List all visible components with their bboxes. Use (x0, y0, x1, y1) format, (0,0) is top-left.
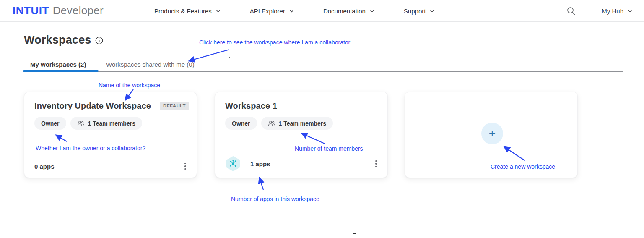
main-nav: Products & Features API Explorer Documen… (154, 0, 434, 22)
owner-pill: Owner (225, 117, 257, 130)
nav-products-features[interactable]: Products & Features (154, 8, 221, 15)
card-options-kebab[interactable] (180, 161, 191, 172)
team-members-pill: 1 Team members (70, 117, 142, 130)
nav-api-explorer-label: API Explorer (250, 8, 285, 15)
workspace-card-workspace-1[interactable]: Workspace 1 Owner 1 Team members (215, 92, 388, 178)
intuit-wordmark: INTUIT (13, 4, 49, 17)
card-options-kebab[interactable] (371, 158, 382, 169)
card-bottom-row: 1 apps (225, 156, 382, 172)
chevron-down-icon (289, 10, 294, 13)
chevron-down-icon (628, 10, 632, 13)
annotation-owner-role: Whether I am the owner or a collaborator… (36, 145, 145, 152)
chevron-down-icon (430, 10, 434, 13)
my-hub-menu[interactable]: My Hub (602, 8, 632, 15)
active-tab-indicator (23, 70, 99, 72)
workspaces-page: INTUIT Developer Products & Features API… (0, 0, 644, 238)
stray-dot-mark (229, 57, 230, 58)
nav-api-explorer[interactable]: API Explorer (250, 8, 294, 15)
nav-support-label: Support (404, 8, 426, 15)
page-title-row: Workspaces (24, 34, 103, 47)
team-members-label: 1 Team members (279, 120, 326, 127)
header-right-group: My Hub (566, 0, 632, 22)
page-title: Workspaces (24, 34, 91, 47)
annotation-workspace-name: Name of the workspace (99, 82, 160, 89)
search-icon[interactable] (566, 6, 576, 16)
chevron-down-icon (216, 10, 221, 13)
tab-my-workspaces[interactable]: My workspaces (2) (30, 61, 86, 68)
annotation-team-members: Number of team members (295, 145, 363, 152)
card-meta-pills: Owner 1 Team members (225, 117, 333, 130)
owner-pill: Owner (34, 117, 66, 130)
annotation-shared-tab: Click here to see the workspace where I … (199, 39, 350, 46)
apps-group: 1 apps (225, 156, 270, 172)
team-members-icon (77, 120, 85, 126)
card-meta-pills: Owner 1 Team members (34, 117, 142, 130)
app-hexagon-icon (225, 156, 241, 172)
chevron-down-icon (370, 10, 374, 13)
default-badge: DEFAULT (160, 102, 189, 110)
nav-support[interactable]: Support (404, 8, 435, 15)
workspace-name: Workspace 1 (225, 101, 277, 111)
nav-documentation[interactable]: Documentation (323, 8, 374, 15)
stray-dash-mark (353, 233, 356, 234)
tab-shared-with-me[interactable]: Workspaces shared with me (0) (106, 61, 195, 68)
developer-wordmark: Developer (53, 4, 104, 17)
tab-divider (23, 71, 623, 72)
info-icon[interactable] (95, 37, 103, 44)
card-title-row: Workspace 1 (225, 101, 380, 111)
apps-count-label: 1 apps (250, 160, 270, 167)
team-members-pill: 1 Team members (261, 117, 333, 130)
nav-documentation-label: Documentation (323, 8, 366, 15)
card-bottom-row: 0 apps (34, 161, 191, 172)
create-workspace-button[interactable]: + (481, 123, 503, 144)
apps-count-label: 0 apps (34, 163, 55, 170)
workspace-name: Inventory Update Workspace (34, 101, 151, 111)
card-title-row: Inventory Update Workspace DEFAULT (34, 101, 189, 111)
annotation-apps-count: Number of apps in this workspace (231, 196, 319, 202)
annotation-create-workspace: Create a new workspace (491, 163, 555, 170)
team-members-label: 1 Team members (88, 120, 135, 127)
nav-products-features-label: Products & Features (154, 8, 212, 15)
workspace-card-inventory-update[interactable]: Inventory Update Workspace DEFAULT Owner… (24, 92, 197, 178)
intuit-developer-logo[interactable]: INTUIT Developer (13, 4, 104, 17)
top-nav-bar: INTUIT Developer Products & Features API… (0, 0, 644, 22)
my-hub-label: My Hub (602, 8, 623, 15)
team-members-icon (268, 120, 275, 126)
